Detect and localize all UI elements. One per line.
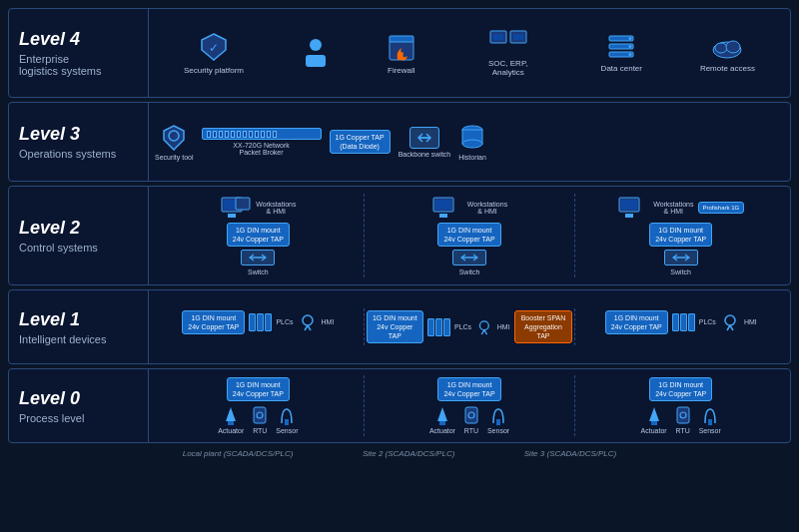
- level2-content: Workstations& HMI 1G DIN mount24v Copper…: [149, 187, 790, 284]
- sensor-s2: Sensor: [487, 405, 509, 434]
- level1-label: Level 1 Intelligent devices: [9, 290, 149, 363]
- sensor-icon-s3: [702, 405, 718, 425]
- svg-rect-26: [228, 214, 236, 218]
- svg-rect-37: [228, 421, 234, 425]
- site2-label: Site 2 (SCADA/DCS/PLC): [363, 449, 454, 458]
- workstation-icon-s3: [617, 196, 649, 220]
- main-container: Level 4 Enterpriselogistics systems ✓ Se…: [0, 0, 799, 532]
- backbone-group: Backbone switch: [399, 127, 451, 158]
- level0-content: 1G DIN mount24v Copper TAP Actuator: [149, 369, 790, 442]
- level4-content: ✓ Security platform Firewall: [149, 9, 790, 97]
- svg-rect-44: [496, 419, 500, 425]
- level2-site3: Workstations& HMI Profishark 1G 1G DIN m…: [575, 194, 786, 277]
- level1-site3: 1G DIN mount24v Copper TAP PLCs HMI: [575, 308, 786, 345]
- workstation-icon-s1: [220, 196, 252, 220]
- hmi-hand-icon-s3: [720, 312, 740, 332]
- booster-tap-badge: Booster SPANAggregation TAP: [514, 310, 573, 343]
- svg-rect-9: [513, 34, 523, 40]
- svg-rect-30: [439, 214, 447, 218]
- l2-tap-s3: 1G DIN mount24v Copper TAP: [649, 223, 712, 247]
- svg-point-18: [726, 41, 740, 53]
- svg-point-2: [310, 39, 322, 51]
- level0-site2: 1G DIN mount24v Copper TAP Actuator: [365, 375, 576, 436]
- svg-point-13: [629, 37, 632, 40]
- svg-rect-48: [708, 419, 712, 425]
- switch-arrows-icon: [416, 130, 432, 146]
- svg-rect-27: [236, 198, 250, 210]
- switch-label-s2: Switch: [459, 268, 480, 275]
- sensor-s3: Sensor: [699, 405, 721, 434]
- l0-tap-s2: 1G DIN mount24v Copper TAP: [437, 377, 500, 401]
- actuator-s1: Actuator: [218, 403, 244, 434]
- level1-row: Level 1 Intelligent devices 1G DIN mount…: [8, 289, 791, 364]
- hmi-hand-icon-s2: [475, 317, 493, 337]
- svg-rect-41: [439, 421, 445, 425]
- npb-label: XX-720G Network Packet Broker: [232, 142, 292, 156]
- switch-icon-s2: [459, 253, 479, 263]
- switch-label-s3: Switch: [670, 268, 691, 275]
- level2-title: Level 2: [19, 218, 138, 239]
- soc-group: SOC, ERP, Analytics: [473, 29, 543, 77]
- svg-rect-40: [285, 419, 289, 425]
- profishark-badge: Profishark 1G: [698, 202, 745, 214]
- l2-tap-s2: 1G DIN mount24v Copper TAP: [437, 223, 500, 247]
- level1-site1: 1G DIN mount24v Copper TAP PLCs HMI: [153, 308, 365, 345]
- svg-point-14: [629, 45, 632, 48]
- actuator-s3: Actuator: [641, 403, 667, 434]
- actuator-icon-s2: [433, 403, 451, 425]
- rtu-label-s1: RTU: [253, 427, 267, 434]
- svg-rect-7: [493, 34, 503, 40]
- bottom-labels: Local plant (SCADA/DCS/PLC) Site 2 (SCAD…: [8, 449, 791, 458]
- site1-label: Local plant (SCADA/DCS/PLC): [183, 449, 294, 458]
- rtu-icon-s1: [252, 405, 268, 425]
- firewall-icon: [388, 32, 415, 64]
- rtu-label-s3: RTU: [675, 427, 689, 434]
- firewall-group: Firewall: [388, 32, 415, 75]
- plc-label-s3: PLCs: [699, 318, 716, 325]
- plc-label-s1: PLCs: [276, 318, 293, 325]
- svg-point-35: [480, 320, 489, 329]
- rtu-icon-s3: [675, 405, 691, 425]
- level1-subtitle: Intelligent devices: [19, 333, 138, 345]
- datacenter-icon: [605, 34, 637, 62]
- level2-subtitle: Control systems: [19, 242, 138, 254]
- soc-icon: [488, 29, 528, 57]
- svg-rect-46: [677, 407, 689, 423]
- level3-label: Level 3 Operations systems: [9, 103, 149, 181]
- level1-sites: 1G DIN mount24v Copper TAP PLCs HMI: [153, 308, 786, 345]
- npb-bar: [202, 128, 322, 140]
- level0-site1: 1G DIN mount24v Copper TAP Actuator: [153, 375, 365, 436]
- level0-title: Level 0: [19, 388, 138, 409]
- level1-site2: 1G DIN mount24v Copper TAP PLCs HMI B: [365, 308, 576, 345]
- sensor-icon-s1: [279, 405, 295, 425]
- actuator-icon-s1: [222, 403, 240, 425]
- l1-tap-s2: 1G DIN mount24v Copper TAP: [367, 310, 423, 343]
- security-tool-group: Security tool: [155, 124, 194, 161]
- remote-access-group: Remote access: [700, 34, 755, 73]
- actuator-icon-s3: [645, 403, 663, 425]
- user-icon-group: [302, 37, 330, 69]
- l0-tap-s3: 1G DIN mount24v Copper TAP: [649, 377, 712, 401]
- sensor-label-s3: Sensor: [699, 427, 721, 434]
- security-tool-icon: [162, 124, 186, 152]
- rtu-s2: RTU: [463, 405, 479, 434]
- actuator-s2: Actuator: [429, 403, 455, 434]
- user-icon: [302, 37, 330, 69]
- level2-sites: Workstations& HMI 1G DIN mount24v Copper…: [153, 194, 786, 277]
- actuator-label-s2: Actuator: [429, 427, 455, 434]
- switch-icon-s3: [671, 253, 691, 263]
- svg-point-15: [629, 53, 632, 56]
- level0-site3: 1G DIN mount24v Copper TAP Actuator: [575, 375, 786, 436]
- workstation-label-s3: Workstations& HMI: [653, 201, 693, 215]
- plc-label-s2: PLCs: [454, 323, 471, 330]
- workstation-icon-s2: [431, 196, 463, 220]
- rtu-label-s2: RTU: [464, 427, 478, 434]
- sensor-icon-s2: [490, 405, 506, 425]
- rtu-icon-s2: [463, 405, 479, 425]
- cloud-icon: [709, 34, 745, 62]
- level2-site1: Workstations& HMI 1G DIN mount24v Copper…: [153, 194, 365, 277]
- l3-tap-group: 1G Copper TAP(Data Diode): [330, 130, 391, 154]
- level1-content: 1G DIN mount24v Copper TAP PLCs HMI: [149, 290, 790, 363]
- svg-rect-29: [435, 200, 451, 210]
- level4-subtitle: Enterpriselogistics systems: [19, 53, 138, 77]
